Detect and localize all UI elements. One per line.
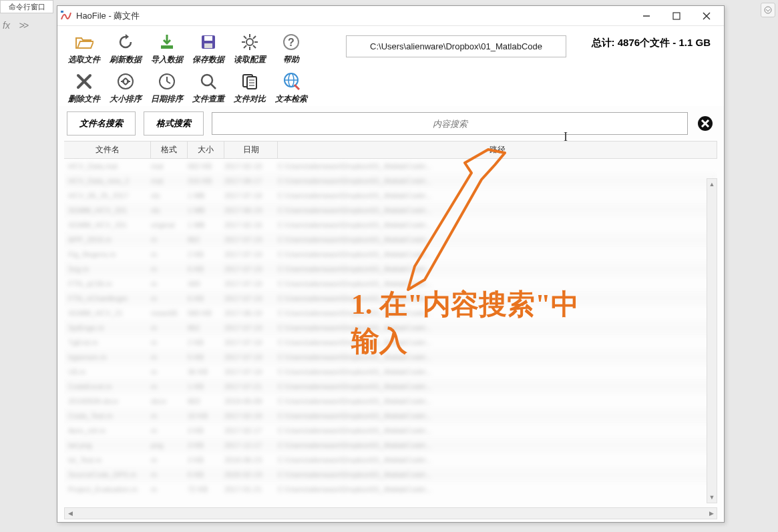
content-search-input[interactable] [212, 112, 688, 135]
clock-icon [156, 71, 178, 92]
table-row[interactable]: 20190509.docxdocx8032019-05-09C:\Users\a… [64, 394, 717, 409]
sort-size-icon [115, 71, 136, 92]
svg-point-24 [118, 74, 133, 89]
table-row[interactable]: SGMM_HCV_201xls1 MB2017-06-19C:\Users\al… [64, 203, 717, 218]
table-row[interactable]: Aero_ctrl.mm3 KB2017-02-17C:\Users\alien… [64, 423, 717, 438]
minimize-button[interactable] [631, 7, 661, 25]
refresh-icon [115, 31, 136, 53]
file-dedup-button[interactable]: 文件查重 [188, 69, 228, 106]
compare-icon [239, 71, 260, 92]
table-row[interactable]: FTN_nChartAngmm6 KB2017-07-19C:\Users\al… [64, 291, 717, 306]
delete-file-label: 删除文件 [68, 93, 100, 105]
table-row[interactable]: Costs_Test.mm10 KB2017-02-18C:\Users\ali… [64, 409, 717, 423]
svg-line-16 [244, 36, 246, 39]
download-icon [156, 31, 178, 53]
table-row[interactable]: twt.pngpng3 KB2017-12-17C:\Users\alienwa… [64, 438, 717, 453]
col-size[interactable]: 大小 [188, 142, 224, 158]
app-window: HaoFile - 薅文件 选取文件 刷新数据 导入数据 保存数据 [57, 5, 725, 523]
table-row[interactable]: HCV_Data_new_2mat316 KB2017-08-17C:\User… [64, 174, 717, 188]
col-path[interactable]: 路径 [278, 142, 717, 158]
fx-label: fx [3, 20, 10, 31]
file-dedup-label: 文件查重 [192, 93, 224, 105]
refresh-button[interactable]: 刷新数据 [106, 30, 146, 67]
file-compare-button[interactable]: 文件对比 [230, 69, 270, 106]
save-icon [198, 31, 219, 53]
globe-search-icon [280, 71, 302, 92]
table-row[interactable]: CodeExcel.mm1 KB2017-07-21C:\Users\alien… [64, 379, 717, 394]
format-search-button[interactable]: 格式搜索 [144, 111, 204, 136]
import-label: 导入数据 [151, 54, 183, 65]
svg-text:?: ? [288, 37, 295, 48]
background-tab: 命令行窗口 [0, 0, 53, 13]
clear-search-button[interactable] [696, 114, 715, 133]
text-search-button[interactable]: 文本检索 [271, 69, 311, 106]
refresh-label: 刷新数据 [110, 54, 142, 65]
scroll-down-icon[interactable]: ▼ [707, 492, 717, 503]
svg-rect-9 [204, 36, 212, 41]
table-row[interactable]: FTN_qC06.mm3492017-07-19C:\Users\alienwa… [64, 276, 717, 291]
text-search-label: 文本检索 [275, 93, 307, 105]
table-row[interactable]: APP_2016.mm8622017-07-19C:\Users\alienwa… [64, 232, 717, 247]
svg-point-11 [246, 39, 253, 45]
scroll-up-icon[interactable]: ▲ [707, 179, 717, 190]
table-row[interactable]: SpiEnge.mm8622017-07-19C:\Users\alienwar… [64, 320, 717, 335]
close-button[interactable] [691, 7, 721, 25]
delete-file-button[interactable]: 删除文件 [64, 69, 104, 106]
app-icon [60, 10, 72, 22]
svg-line-27 [167, 81, 170, 83]
table-header: 文件名 格式 大小 日期 路径 [64, 141, 717, 159]
select-file-button[interactable]: 选取文件 [64, 30, 104, 67]
summary-size: 1.1 GB [678, 37, 711, 48]
maximize-button[interactable] [661, 7, 691, 25]
col-format[interactable]: 格式 [151, 142, 188, 158]
table-row[interactable]: HCV_Data.matmat582 KB2017-02-10C:\Users\… [64, 159, 717, 174]
chevron-down-icon[interactable] [761, 3, 775, 17]
table-body[interactable]: HCV_Data.matmat582 KB2017-02-10C:\Users\… [64, 159, 717, 507]
save-label: 保存数据 [192, 54, 224, 65]
svg-line-38 [295, 85, 299, 89]
save-button[interactable]: 保存数据 [188, 30, 228, 67]
table-row[interactable]: SourceCode_DPS.mm6 KB2020-02-19C:\Users\… [64, 467, 717, 482]
table-row[interactable]: Svg.mm6 KB2017-07-19C:\Users\alienware\D… [64, 262, 717, 276]
table-row[interactable]: Fig_Regens.mm2 KB2017-07-19C:\Users\alie… [64, 247, 717, 262]
folder-open-icon [73, 31, 95, 53]
read-config-button[interactable]: 读取配置 [230, 30, 270, 67]
path-display: C:\Users\alienware\Dropbox\01_MatlabCode [346, 35, 566, 57]
help-button[interactable]: ? 帮助 [271, 30, 311, 67]
filename-search-button[interactable]: 文件名搜索 [67, 111, 136, 136]
table-row[interactable]: Project_Evaluation.mm72 KB2017-01-21C:\U… [64, 482, 717, 497]
help-label: 帮助 [283, 54, 299, 65]
fx-prompt: fx >> [3, 20, 27, 31]
window-title: HaoFile - 薅文件 [76, 10, 631, 22]
table-row[interactable]: SGMM_HCV_21mean06580 KB2017-06-19C:\User… [64, 306, 717, 320]
size-sort-button[interactable]: 大小排序 [106, 69, 146, 106]
svg-line-17 [253, 45, 256, 48]
scroll-right-icon[interactable]: ▶ [706, 508, 717, 519]
text-cursor-icon: I [564, 130, 568, 144]
col-date[interactable]: 日期 [224, 142, 278, 158]
summary-text: 总计: 4876个文件 - 1.1 GB [592, 37, 711, 49]
import-button[interactable]: 导入数据 [147, 30, 187, 67]
horizontal-scrollbar[interactable]: ◀ ▶ [64, 507, 717, 519]
svg-rect-10 [204, 43, 212, 48]
table-row[interactable]: trgsensm.mm5 KB2017-07-19C:\Users\alienw… [64, 350, 717, 364]
table-row[interactable]: U6.mm36 KB2017-07-19C:\Users\alienware\D… [64, 364, 717, 379]
svg-line-19 [244, 45, 246, 48]
vertical-scrollbar[interactable]: ▲ ▼ [707, 178, 717, 503]
gear-icon [239, 31, 260, 53]
col-name[interactable]: 文件名 [64, 142, 151, 158]
svg-line-29 [211, 84, 216, 89]
date-sort-button[interactable]: 日期排序 [147, 69, 187, 106]
table-row[interactable]: SGMM_HCV_201original1 MB2017-02-16C:\Use… [64, 218, 717, 232]
table-row[interactable]: txt_Test.mm3 KB2018-06-23C:\Users\alienw… [64, 453, 717, 467]
summary-count: 4876 [618, 37, 640, 48]
select-file-label: 选取文件 [68, 54, 100, 65]
scroll-left-icon[interactable]: ◀ [65, 508, 75, 519]
svg-line-18 [253, 36, 256, 39]
svg-point-28 [202, 75, 212, 85]
date-sort-label: 日期排序 [151, 93, 183, 105]
table-row[interactable]: HCV_06_25_2017xls1 MB2017-07-18C:\Users\… [64, 188, 717, 203]
prompt-arrows: >> [19, 20, 27, 31]
table-row[interactable]: TgEnd.mm2 KB2017-07-19C:\Users\alienware… [64, 335, 717, 350]
svg-rect-7 [161, 45, 173, 49]
